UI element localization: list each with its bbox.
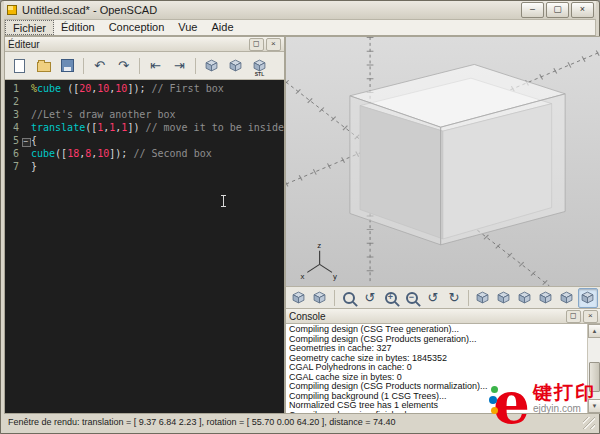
app-icon: [6, 4, 18, 16]
minimize-button[interactable]: –: [521, 2, 544, 18]
reset-view-icon[interactable]: ↺: [360, 288, 380, 308]
preview-icon[interactable]: [289, 288, 309, 308]
toolbar-separator: [195, 58, 196, 74]
editor-pane-title: Éditeur: [8, 39, 247, 50]
editor-pane: Éditeur ◻ × ↶↷⇤⇥STL 1%cube ([20,10,10]);…: [4, 36, 285, 414]
console-line: Compile and preview finished.: [289, 411, 584, 414]
menu-fichier[interactable]: Fichier: [5, 20, 54, 35]
menu-aide[interactable]: Aide: [204, 20, 240, 35]
line-number: 1: [5, 82, 21, 95]
line-number: 6: [5, 147, 21, 160]
gutter: 4: [5, 121, 31, 134]
code-line[interactable]: 5−{: [5, 134, 284, 147]
axis-label-y: y: [333, 273, 337, 281]
export-stl-icon[interactable]: STL: [248, 54, 271, 77]
zoom-all-icon[interactable]: [339, 288, 359, 308]
code-line[interactable]: 6cube([18,8,10]); // Second box: [5, 147, 284, 160]
gutter: 7: [5, 160, 31, 173]
code-line[interactable]: 4translate([1,1,1]) // move it to be ins…: [5, 121, 284, 134]
menu-bar: FichierÉditionConceptionVueAide: [4, 19, 596, 36]
zoom-out-icon[interactable]: −: [402, 288, 422, 308]
undo-icon[interactable]: ↶: [88, 54, 111, 77]
preview-icon[interactable]: [200, 54, 223, 77]
gutter: 5−: [5, 134, 31, 147]
axis-label-z: z: [317, 241, 321, 249]
line-number: 7: [5, 160, 21, 173]
toolbar-separator: [334, 290, 335, 306]
zoom-in-icon[interactable]: +: [381, 288, 401, 308]
editor-close-icon[interactable]: ×: [266, 38, 281, 51]
scrollbar-track[interactable]: [588, 338, 600, 399]
console-output[interactable]: Compiling design (CSG Tree generation)..…: [286, 324, 587, 413]
unindent-icon[interactable]: ⇤: [144, 54, 167, 77]
menu-vue[interactable]: Vue: [171, 20, 204, 35]
code-line[interactable]: 2: [5, 95, 284, 108]
axis-label-x: x: [301, 273, 305, 281]
menu-conception[interactable]: Conception: [102, 20, 172, 35]
rotate-left-icon[interactable]: ↺: [423, 288, 443, 308]
console-float-icon[interactable]: ◻: [566, 310, 581, 323]
line-number: 2: [5, 95, 21, 108]
view-left-icon[interactable]: [515, 288, 535, 308]
resize-grip[interactable]: [583, 417, 595, 429]
toolbar-separator: [83, 58, 84, 74]
scroll-up-icon[interactable]: ▲: [588, 324, 600, 338]
fold-marker-icon[interactable]: −: [22, 138, 31, 147]
rotate-right-icon[interactable]: ↻: [444, 288, 464, 308]
view-toolbar: ↺+−↺↻: [286, 286, 600, 309]
console-pane: Console ◻ × Compiling design (CSG Tree g…: [286, 309, 600, 413]
view-top-icon[interactable]: [473, 288, 493, 308]
editor-pane-header[interactable]: Éditeur ◻ ×: [5, 37, 284, 52]
status-text: Fenêtre de rendu: translation = [ 9.37 6…: [8, 417, 396, 427]
outer-ghost-box: [350, 64, 565, 244]
redo-icon[interactable]: ↷: [112, 54, 135, 77]
view-bottom-icon[interactable]: [494, 288, 514, 308]
editor-toolbar: ↶↷⇤⇥STL: [5, 52, 284, 80]
render-icon[interactable]: [310, 288, 330, 308]
perspective-icon[interactable]: [578, 288, 598, 308]
code-line[interactable]: 3//Let's draw another box: [5, 108, 284, 121]
new-file-icon[interactable]: [8, 54, 31, 77]
console-pane-title: Console: [289, 311, 564, 322]
axis-indicator: [307, 251, 332, 273]
title-bar[interactable]: Untitled.scad* - OpenSCAD – ▢ ×: [4, 1, 596, 19]
gutter: 2: [5, 95, 31, 108]
view-right-icon[interactable]: [536, 288, 556, 308]
scrollbar-thumb[interactable]: [589, 362, 600, 391]
toolbar-separator: [139, 58, 140, 74]
view-front-icon[interactable]: [557, 288, 577, 308]
window-title: Untitled.scad* - OpenSCAD: [22, 4, 517, 16]
3d-viewport[interactable]: z x y: [286, 37, 600, 286]
render-icon[interactable]: [224, 54, 247, 77]
3d-scene: z x y: [286, 37, 600, 286]
main-area: Éditeur ◻ × ↶↷⇤⇥STL 1%cube ([20,10,10]);…: [4, 36, 596, 414]
close-button[interactable]: ×: [571, 2, 594, 18]
console-scrollbar[interactable]: ▲ ▼: [587, 324, 600, 413]
line-number: 5: [5, 134, 21, 147]
status-bar: Fenêtre de rendu: translation = [ 9.37 6…: [4, 414, 596, 430]
gutter: 6: [5, 147, 31, 160]
console-close-icon[interactable]: ×: [583, 310, 598, 323]
openscad-window: Untitled.scad* - OpenSCAD – ▢ × FichierÉ…: [0, 0, 600, 434]
maximize-button[interactable]: ▢: [546, 2, 569, 18]
line-number: 4: [5, 121, 21, 134]
open-file-icon[interactable]: [32, 54, 55, 77]
scroll-down-icon[interactable]: ▼: [588, 399, 600, 413]
console-pane-header[interactable]: Console ◻ ×: [286, 309, 600, 324]
gutter: 3: [5, 108, 31, 121]
code-line[interactable]: 7}: [5, 160, 284, 173]
right-pane: z x y ↺+−↺↻ Console ◻ × Compiling design…: [285, 36, 600, 414]
text-cursor-pointer: [223, 196, 224, 206]
gutter: 1: [5, 82, 31, 95]
editor-float-icon[interactable]: ◻: [249, 38, 264, 51]
line-number: 3: [5, 108, 21, 121]
toolbar-separator: [468, 290, 469, 306]
menu-édition[interactable]: Édition: [54, 20, 102, 35]
indent-icon[interactable]: ⇥: [168, 54, 191, 77]
code-editor[interactable]: 1%cube ([20,10,10]); // First box23//Let…: [5, 80, 284, 413]
code-lines: 1%cube ([20,10,10]); // First box23//Let…: [5, 82, 284, 173]
save-icon[interactable]: [56, 54, 79, 77]
code-line[interactable]: 1%cube ([20,10,10]); // First box: [5, 82, 284, 95]
